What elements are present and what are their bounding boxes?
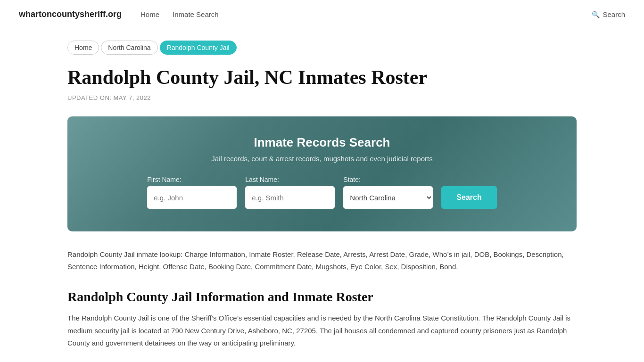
nav-links: Home Inmate Search: [140, 10, 577, 18]
section-body: The Randolph County Jail is one of the S…: [67, 312, 577, 349]
first-name-group: First Name:: [147, 176, 237, 209]
updated-date: UPDATED ON: MAY 7, 2022: [67, 94, 577, 101]
state-group: State: AlabamaAlaskaArizonaArkansasCalif…: [343, 176, 433, 209]
page-title: Randolph County Jail, NC Inmates Roster: [67, 66, 577, 89]
last-name-group: Last Name:: [245, 176, 335, 209]
search-icon: 🔍: [592, 11, 600, 18]
navigation: whartoncountysheriff.org Home Inmate Sea…: [0, 0, 644, 29]
nav-inmate-search[interactable]: Inmate Search: [173, 10, 219, 18]
site-logo[interactable]: whartoncountysheriff.org: [19, 9, 122, 19]
search-form: First Name: Last Name: State: AlabamaAla…: [96, 176, 548, 209]
section-heading: Randolph County Jail Information and Inm…: [67, 289, 577, 304]
nav-home[interactable]: Home: [140, 10, 159, 18]
first-name-input[interactable]: [147, 186, 237, 209]
breadcrumb-state[interactable]: North Carolina: [101, 41, 157, 55]
nav-search-button[interactable]: 🔍 Search: [592, 10, 625, 18]
last-name-input[interactable]: [245, 186, 335, 209]
state-label: State:: [343, 176, 361, 183]
nav-search-label: Search: [603, 10, 625, 18]
search-card-title: Inmate Records Search: [96, 135, 548, 150]
search-button[interactable]: Search: [441, 186, 496, 209]
main-content: Home North Carolina Randolph County Jail…: [49, 29, 595, 362]
state-select[interactable]: AlabamaAlaskaArizonaArkansasCaliforniaCo…: [343, 186, 433, 209]
breadcrumb: Home North Carolina Randolph County Jail: [67, 41, 577, 55]
breadcrumb-home[interactable]: Home: [67, 41, 99, 55]
breadcrumb-jail[interactable]: Randolph County Jail: [160, 41, 237, 55]
last-name-label: Last Name:: [245, 176, 279, 183]
first-name-label: First Name:: [147, 176, 181, 183]
description-text: Randolph County Jail inmate lookup: Char…: [67, 248, 577, 272]
inmate-search-card: Inmate Records Search Jail records, cour…: [67, 116, 577, 231]
search-card-subtitle: Jail records, court & arrest records, mu…: [96, 155, 548, 163]
